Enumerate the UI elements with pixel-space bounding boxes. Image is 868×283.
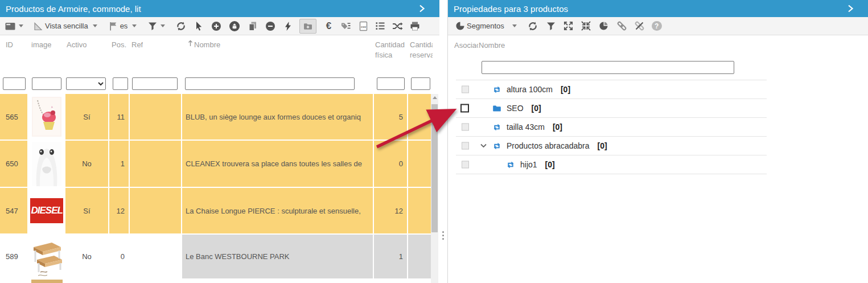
table-row[interactable]: 589 No 0 [0,235,431,280]
table-row[interactable]: 547 DIESEL Sí 12 La Chaise Longue PIERCE… [0,188,431,235]
filter-pos-input[interactable] [113,77,128,90]
filter-cantidad-fisica-input[interactable] [377,77,405,90]
column-header-ref[interactable]: Ref [131,40,143,50]
cell-ref[interactable] [130,188,182,235]
filter-ref-input[interactable] [132,77,178,90]
csv-file-icon[interactable]: csv [358,19,368,34]
cell-id[interactable]: 650 [0,141,28,188]
collapse-all-icon[interactable] [581,19,591,34]
pie-chart-icon[interactable] [599,19,609,34]
cell-cantidad-reservada[interactable] [408,188,431,235]
cell-image[interactable] [28,235,65,280]
cell-nombre[interactable]: Le Banc WESTBOURNE PARK [182,235,374,280]
help-icon[interactable]: ? [652,21,662,31]
language-label[interactable]: es [120,22,128,30]
column-header-id[interactable]: ID [6,40,13,50]
folder-plus-button[interactable] [299,19,316,34]
cell-ref[interactable] [130,235,182,280]
filter-icon[interactable] [546,19,556,34]
layout-dropdown-caret-icon[interactable] [16,19,26,34]
cell-pos[interactable]: 12 [109,188,130,235]
column-header-cantidad-reservada[interactable]: Cantidad reservad [410,40,433,60]
language-dropdown-caret-icon[interactable] [129,19,139,34]
refresh-icon[interactable] [176,19,186,34]
ordered-list-icon[interactable] [375,19,385,34]
cell-pos[interactable]: 11 [109,94,130,141]
column-header-pos[interactable]: Pos. [112,40,126,50]
filter-icon[interactable] [147,19,158,34]
link-icon[interactable] [616,19,627,34]
tree-row-seo[interactable]: SEO [0] [456,99,767,118]
table-row[interactable]: 565 Sí 11 BLUB, un sièg [0,94,431,141]
refresh-icon[interactable] [528,19,538,34]
filter-image-input[interactable] [32,77,61,90]
filter-nombre-input[interactable] [185,77,355,90]
cell-cantidad-reservada[interactable] [408,141,431,188]
column-header-image[interactable]: image [31,40,51,50]
cell-pos[interactable]: 0 [109,235,130,280]
prestashop-icon[interactable] [229,19,240,34]
tree-row-hijo1[interactable]: hijo1 [0] [456,155,767,174]
chevron-down-icon[interactable] [480,143,487,149]
cell-id[interactable]: 589 [0,235,28,280]
collapse-panel-chevron-icon[interactable] [418,5,426,13]
duplicate-pages-icon[interactable] [248,19,258,34]
tree-row-productos-abracadabra[interactable]: Productos abracadabra [0] [456,137,767,155]
column-header-nombre[interactable]: Nombre [188,40,220,50]
cell-cantidad-fisica[interactable]: 0 [374,141,408,188]
tree-nombre-filter-input[interactable] [482,61,734,74]
scrollbar-thumb[interactable] [431,104,438,232]
add-circle-icon[interactable] [211,19,221,34]
printer-icon[interactable] [410,19,420,34]
cell-activo[interactable]: Sí [65,188,109,235]
cell-image[interactable] [28,94,65,141]
panel-splitter[interactable] [439,0,447,283]
euro-icon[interactable]: € [323,19,334,34]
unlink-icon[interactable] [634,19,645,34]
cell-nombre[interactable]: BLUB, un siège lounge aux formes douces … [182,94,374,141]
cell-image[interactable]: DIESEL [28,188,65,235]
segments-dropdown-caret-icon[interactable] [509,19,520,34]
price-list-tag-icon[interactable] [340,19,351,34]
associate-checkbox[interactable] [462,124,469,131]
cell-cantidad-fisica[interactable]: 5 [374,94,408,141]
filter-id-input[interactable] [3,77,26,90]
segments-pie-icon[interactable] [455,19,465,34]
segments-label[interactable]: Segmentos [467,22,504,30]
associate-checkbox[interactable] [462,86,469,93]
tree-row-tailla-43cm[interactable]: tailla 43cm [0] [456,118,767,137]
filter-cantidad-reservada-input[interactable] [411,77,430,90]
shuffle-icon[interactable] [392,19,403,34]
cell-nombre[interactable]: CLEANEX trouvera sa place dans toutes le… [182,141,374,188]
cell-activo[interactable]: Sí [65,94,109,141]
cell-activo[interactable]: No [65,235,109,280]
language-flag-icon[interactable] [108,19,118,34]
seo-associate-checkbox[interactable] [460,104,469,113]
filter-activo-select[interactable] [66,77,106,90]
cell-ref[interactable] [130,94,182,141]
tree-row-altura-100cm[interactable]: altura 100cm [0] [456,80,767,99]
column-header-cantidad-fisica[interactable]: Cantidad física [375,40,407,60]
column-header-activo[interactable]: Activo [67,40,87,50]
filter-dropdown-caret-icon[interactable] [158,19,168,34]
cell-pos[interactable]: 1 [109,141,130,188]
expand-all-icon[interactable] [563,19,574,34]
cell-nombre[interactable]: La Chaise Longue PIERCE : sculpturale et… [182,188,374,235]
table-row[interactable]: 650 No 1 CLEANEX trouve [0,141,431,188]
simple-view-icon[interactable] [33,19,43,34]
cell-activo[interactable]: No [65,141,109,188]
associate-checkbox[interactable] [462,161,469,169]
layout-window-icon[interactable] [5,19,16,34]
cell-image[interactable] [28,141,65,188]
cursor-icon[interactable] [194,19,204,34]
cell-cantidad-fisica[interactable]: 12 [374,188,408,235]
view-dropdown-caret-icon[interactable] [90,19,100,34]
associate-checkbox[interactable] [462,142,469,150]
cell-cantidad-fisica[interactable]: 1 [374,235,408,280]
view-mode-label[interactable]: Vista sencilla [45,22,88,30]
collapse-panel-chevron-icon[interactable] [846,5,854,13]
cell-cantidad-reservada[interactable] [408,235,431,280]
lightning-bolt-icon[interactable] [282,19,293,34]
scrollbar-up-arrow[interactable] [433,96,437,99]
cell-id[interactable]: 565 [0,94,28,141]
